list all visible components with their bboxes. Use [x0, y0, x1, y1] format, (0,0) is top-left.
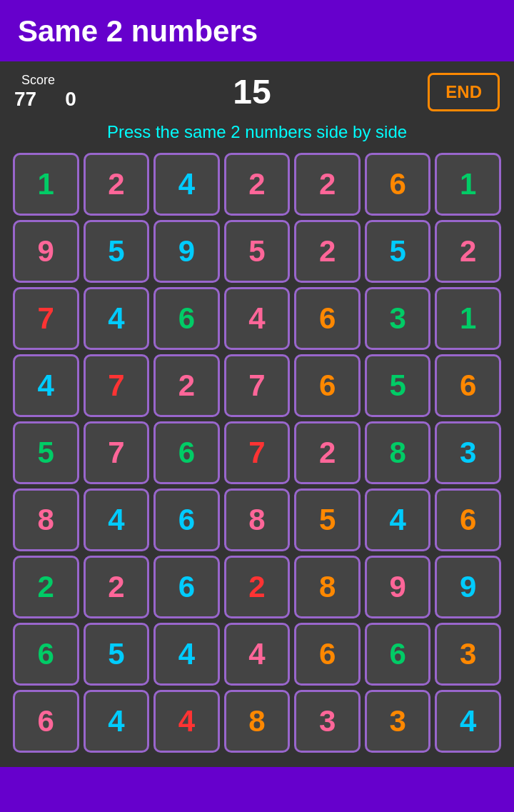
score-values: 77 0 — [14, 88, 76, 111]
cell-r5-c2[interactable]: 6 — [153, 488, 220, 551]
cell-r3-c1[interactable]: 7 — [84, 354, 150, 417]
cell-r7-c5[interactable]: 6 — [365, 623, 431, 686]
cell-r1-c3[interactable]: 5 — [224, 220, 291, 283]
cell-r5-c4[interactable]: 5 — [294, 488, 361, 551]
cell-r6-c1[interactable]: 2 — [84, 556, 150, 618]
cell-r5-c5[interactable]: 4 — [365, 488, 431, 551]
cell-r6-c0[interactable]: 2 — [13, 556, 79, 618]
cell-r5-c3[interactable]: 8 — [224, 488, 291, 551]
cell-r1-c0[interactable]: 9 — [13, 220, 79, 283]
cell-r4-c3[interactable]: 7 — [224, 421, 291, 484]
cell-r3-c4[interactable]: 6 — [294, 354, 361, 417]
cell-r0-c5[interactable]: 6 — [365, 153, 431, 216]
cell-r2-c6[interactable]: 1 — [435, 287, 501, 350]
cell-r2-c0[interactable]: 7 — [13, 287, 79, 350]
cell-r0-c4[interactable]: 2 — [294, 153, 361, 216]
cell-r7-c2[interactable]: 4 — [153, 623, 220, 686]
cell-r0-c2[interactable]: 4 — [153, 153, 220, 216]
cell-r5-c1[interactable]: 4 — [84, 488, 150, 551]
cell-r1-c4[interactable]: 2 — [294, 220, 361, 283]
score-left: Score 77 0 — [14, 73, 76, 111]
end-button[interactable]: END — [428, 73, 500, 111]
score-value-2: 0 — [65, 88, 76, 111]
cell-r4-c6[interactable]: 3 — [435, 421, 501, 484]
game-area: Score 77 0 15 END Press the same 2 numbe… — [0, 61, 514, 767]
cell-r8-c0[interactable]: 6 — [13, 690, 79, 753]
cell-r7-c1[interactable]: 5 — [84, 623, 150, 686]
cell-r1-c5[interactable]: 5 — [365, 220, 431, 283]
cell-r8-c2[interactable]: 4 — [153, 690, 220, 753]
footer — [0, 767, 514, 812]
cell-r5-c6[interactable]: 6 — [435, 488, 501, 551]
cell-r8-c5[interactable]: 3 — [365, 690, 431, 753]
cell-r6-c2[interactable]: 6 — [153, 556, 220, 618]
cell-r7-c6[interactable]: 3 — [435, 623, 501, 686]
cell-r3-c2[interactable]: 2 — [153, 354, 220, 417]
cell-r2-c5[interactable]: 3 — [365, 287, 431, 350]
cell-r4-c0[interactable]: 5 — [13, 421, 79, 484]
cell-r1-c6[interactable]: 2 — [435, 220, 501, 283]
score-bar: Score 77 0 15 END — [7, 72, 507, 122]
cell-r1-c1[interactable]: 5 — [84, 220, 150, 283]
cell-r8-c1[interactable]: 4 — [84, 690, 150, 753]
cell-r4-c1[interactable]: 7 — [84, 421, 150, 484]
cell-r4-c5[interactable]: 8 — [365, 421, 431, 484]
cell-r6-c5[interactable]: 9 — [365, 556, 431, 618]
cell-r7-c3[interactable]: 4 — [224, 623, 291, 686]
app-title: Same 2 numbers — [18, 14, 496, 49]
cell-r3-c5[interactable]: 5 — [365, 354, 431, 417]
app-header: Same 2 numbers — [0, 0, 514, 61]
score-label: Score — [21, 73, 55, 88]
cell-r7-c4[interactable]: 6 — [294, 623, 361, 686]
instruction-text: Press the same 2 numbers side by side — [7, 122, 507, 142]
cell-r3-c6[interactable]: 6 — [435, 354, 501, 417]
timer-display: 15 — [233, 72, 271, 111]
cell-r4-c2[interactable]: 6 — [153, 421, 220, 484]
cell-r2-c1[interactable]: 4 — [84, 287, 150, 350]
score-value-1: 77 — [14, 88, 36, 111]
cell-r5-c0[interactable]: 8 — [13, 488, 79, 551]
cell-r6-c4[interactable]: 8 — [294, 556, 361, 618]
cell-r2-c4[interactable]: 6 — [294, 287, 361, 350]
number-grid: 1242261959525274646314727656576728384685… — [7, 153, 507, 753]
cell-r2-c3[interactable]: 4 — [224, 287, 291, 350]
cell-r4-c4[interactable]: 2 — [294, 421, 361, 484]
cell-r3-c0[interactable]: 4 — [13, 354, 79, 417]
cell-r0-c3[interactable]: 2 — [224, 153, 291, 216]
cell-r1-c2[interactable]: 9 — [153, 220, 220, 283]
cell-r8-c3[interactable]: 8 — [224, 690, 291, 753]
cell-r0-c1[interactable]: 2 — [84, 153, 150, 216]
cell-r8-c4[interactable]: 3 — [294, 690, 361, 753]
cell-r3-c3[interactable]: 7 — [224, 354, 291, 417]
cell-r8-c6[interactable]: 4 — [435, 690, 501, 753]
cell-r7-c0[interactable]: 6 — [13, 623, 79, 686]
cell-r2-c2[interactable]: 6 — [153, 287, 220, 350]
cell-r0-c0[interactable]: 1 — [13, 153, 79, 216]
cell-r0-c6[interactable]: 1 — [435, 153, 501, 216]
cell-r6-c6[interactable]: 9 — [435, 556, 501, 618]
cell-r6-c3[interactable]: 2 — [224, 556, 291, 618]
